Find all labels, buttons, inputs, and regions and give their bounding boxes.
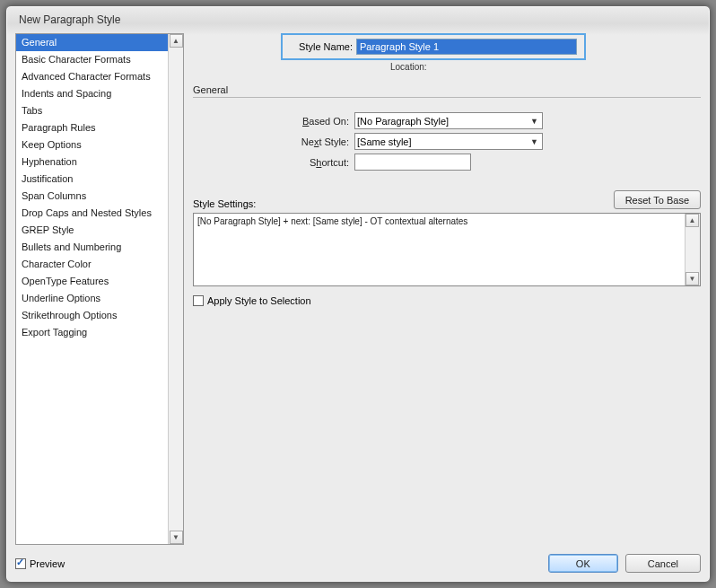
based-on-value: [No Paragraph Style] (357, 116, 449, 127)
sidebar-item-general[interactable]: General (16, 34, 168, 51)
sidebar-item-export-tagging[interactable]: Export Tagging (16, 324, 168, 341)
sidebar-item-drop-caps-and-nested-styles[interactable]: Drop Caps and Nested Styles (16, 205, 168, 222)
ok-button[interactable]: OK (548, 554, 618, 573)
style-settings-summary: [No Paragraph Style] + next: [Same style… (197, 216, 467, 226)
preview-label: Preview (30, 558, 65, 569)
shortcut-input[interactable] (354, 154, 471, 171)
reset-to-base-button[interactable]: Reset To Base (614, 190, 701, 209)
scroll-up-icon[interactable]: ▲ (685, 214, 699, 227)
category-listbox[interactable]: GeneralBasic Character FormatsAdvanced C… (15, 33, 184, 545)
chevron-down-icon: ▼ (530, 117, 538, 126)
sidebar-scrollbar[interactable]: ▲ ▼ (168, 34, 183, 544)
content-area: GeneralBasic Character FormatsAdvanced C… (15, 33, 701, 545)
sidebar-item-advanced-character-formats[interactable]: Advanced Character Formats (16, 68, 168, 85)
sidebar-item-indents-and-spacing[interactable]: Indents and Spacing (16, 85, 168, 102)
section-title: General (193, 84, 701, 95)
style-name-input[interactable] (356, 39, 577, 55)
apply-style-checkbox[interactable] (193, 295, 204, 306)
sidebar-item-strikethrough-options[interactable]: Strikethrough Options (16, 307, 168, 324)
sidebar-item-paragraph-rules[interactable]: Paragraph Rules (16, 119, 168, 136)
style-settings-box: [No Paragraph Style] + next: [Same style… (193, 213, 701, 286)
sidebar-item-keep-options[interactable]: Keep Options (16, 136, 168, 154)
settings-scrollbar[interactable]: ▲ ▼ (685, 214, 700, 285)
general-form: Based On: [No Paragraph Style] ▼ Next St… (193, 112, 701, 174)
shortcut-label: Shortcut: (193, 157, 354, 168)
style-settings-label: Style Settings: (193, 198, 256, 209)
sidebar-item-span-columns[interactable]: Span Columns (16, 188, 168, 205)
sidebar-item-tabs[interactable]: Tabs (16, 102, 168, 119)
next-style-select[interactable]: [Same style] ▼ (354, 133, 543, 150)
divider (193, 97, 701, 98)
sidebar-item-bullets-and-numbering[interactable]: Bullets and Numbering (16, 239, 168, 256)
style-name-label: Style Name: (290, 41, 356, 52)
sidebar-item-basic-character-formats[interactable]: Basic Character Formats (16, 51, 168, 68)
next-style-label: Next Style: (193, 136, 354, 147)
scroll-down-icon[interactable]: ▼ (685, 272, 699, 285)
based-on-select[interactable]: [No Paragraph Style] ▼ (354, 112, 543, 129)
sidebar-item-opentype-features[interactable]: OpenType Features (16, 273, 168, 290)
dialog-footer: Preview OK Cancel (15, 545, 701, 573)
preview-checkbox[interactable] (15, 558, 26, 569)
style-name-group: Style Name: Location: (193, 33, 701, 72)
main-panel: Style Name: Location: General Based On: … (193, 33, 701, 545)
next-style-value: [Same style] (357, 136, 412, 147)
location-label: Location: (390, 62, 701, 72)
cancel-button[interactable]: Cancel (625, 554, 701, 573)
window-title: New Paragraph Style (15, 12, 701, 33)
dialog-window: New Paragraph Style GeneralBasic Charact… (5, 5, 711, 583)
sidebar-item-grep-style[interactable]: GREP Style (16, 222, 168, 239)
chevron-down-icon: ▼ (530, 137, 538, 146)
scroll-down-icon[interactable]: ▼ (170, 531, 183, 544)
sidebar-item-justification[interactable]: Justification (16, 171, 168, 188)
sidebar-item-hyphenation[interactable]: Hyphenation (16, 154, 168, 171)
sidebar-item-underline-options[interactable]: Underline Options (16, 290, 168, 307)
scroll-up-icon[interactable]: ▲ (170, 34, 183, 48)
apply-style-label: Apply Style to Selection (207, 295, 311, 306)
based-on-label: Based On: (193, 116, 354, 127)
sidebar-item-character-color[interactable]: Character Color (16, 256, 168, 273)
